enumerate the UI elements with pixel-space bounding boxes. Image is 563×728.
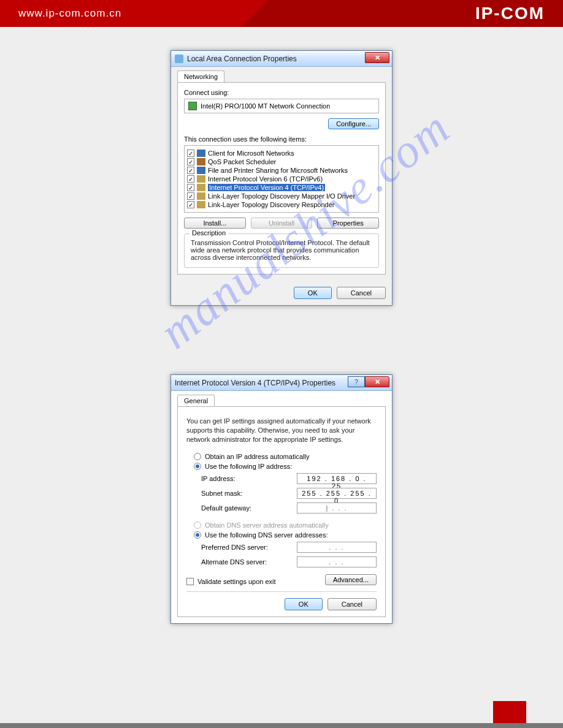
properties-button[interactable]: Properties xyxy=(317,218,379,229)
preferred-dns-label: Preferred DNS server: xyxy=(201,544,268,551)
header-band: www.ip-com.com.cn IP-COM xyxy=(0,0,563,27)
item-label: Link-Layer Topology Discovery Mapper I/O… xyxy=(208,192,355,200)
footer-accent xyxy=(493,701,526,723)
default-gateway-label: Default gateway: xyxy=(201,504,251,512)
ok-button[interactable]: OK xyxy=(294,287,332,299)
list-item[interactable]: ✓Internet Protocol Version 6 (TCP/IPv6) xyxy=(187,175,376,183)
default-gateway-input[interactable]: | . . . xyxy=(297,502,377,514)
titlebar[interactable]: Internet Protocol Version 4 (TCP/IPv4) P… xyxy=(171,375,392,391)
radio-auto-ip[interactable]: Obtain an IP address automatically xyxy=(186,452,377,461)
configure-button[interactable]: Configure... xyxy=(328,118,379,129)
list-item[interactable]: ✓File and Printer Sharing for Microsoft … xyxy=(187,166,376,175)
radio-icon xyxy=(194,531,201,539)
item-label: QoS Packet Scheduler xyxy=(208,158,276,165)
item-label: Link-Layer Topology Discovery Responder xyxy=(208,201,334,208)
checkbox-icon[interactable]: ✓ xyxy=(187,167,194,174)
header-url: www.ip-com.com.cn xyxy=(18,7,121,20)
net-icon xyxy=(197,150,205,157)
footer-band xyxy=(0,723,563,728)
advanced-button[interactable]: Advanced... xyxy=(325,574,377,585)
qos-icon xyxy=(197,158,205,165)
connection-properties-dialog: Local Area Connection Properties ✕ Netwo… xyxy=(170,50,393,306)
radio-label: Use the following DNS server addresses: xyxy=(205,531,328,539)
brand-logo: IP-COM xyxy=(475,4,545,23)
cancel-button[interactable]: Cancel xyxy=(327,598,377,610)
titlebar[interactable]: Local Area Connection Properties ✕ xyxy=(171,51,392,67)
description-text: Transmission Control Protocol/Internet P… xyxy=(191,239,372,261)
radio-icon xyxy=(194,521,201,529)
tab-networking[interactable]: Networking xyxy=(177,70,224,82)
list-item[interactable]: ✓Link-Layer Topology Discovery Mapper I/… xyxy=(187,192,376,200)
close-icon[interactable]: ✕ xyxy=(365,52,389,63)
checkbox-icon[interactable]: ✓ xyxy=(187,192,194,200)
item-label: Client for Microsoft Networks xyxy=(208,150,294,157)
install-button[interactable]: Install... xyxy=(184,218,246,229)
radio-static-dns[interactable]: Use the following DNS server addresses: xyxy=(186,530,377,540)
validate-label: Validate settings upon exit xyxy=(197,578,276,585)
proto-icon xyxy=(197,201,205,208)
ipv4-properties-dialog: Internet Protocol Version 4 (TCP/IPv4) P… xyxy=(170,374,393,624)
adapter-box: Intel(R) PRO/1000 MT Network Connection xyxy=(184,99,379,113)
help-icon[interactable]: ? xyxy=(348,376,365,387)
checkbox-icon xyxy=(186,578,194,585)
dialog-title: Internet Protocol Version 4 (TCP/IPv4) P… xyxy=(175,379,335,387)
items-list[interactable]: ✓Client for Microsoft Networks✓QoS Packe… xyxy=(184,145,379,213)
proto-icon xyxy=(197,175,205,183)
net-icon xyxy=(197,167,205,174)
checkbox-icon[interactable]: ✓ xyxy=(187,184,194,191)
subnet-mask-label: Subnet mask: xyxy=(201,490,242,497)
uninstall-button: Uninstall xyxy=(251,218,313,229)
ok-button[interactable]: OK xyxy=(285,598,323,610)
item-label: File and Printer Sharing for Microsoft N… xyxy=(208,167,348,174)
instructions-text: You can get IP settings assigned automat… xyxy=(186,417,377,444)
nic-name: Intel(R) PRO/1000 MT Network Connection xyxy=(201,102,330,110)
item-label: Internet Protocol Version 4 (TCP/IPv4) xyxy=(208,184,325,191)
network-icon xyxy=(175,55,183,63)
preferred-dns-input[interactable]: . . . xyxy=(297,542,377,553)
dialog-title: Local Area Connection Properties xyxy=(187,55,297,63)
subnet-mask-input[interactable]: 255 . 255 . 255 . 0 xyxy=(297,488,377,499)
tab-general[interactable]: General xyxy=(177,395,215,406)
items-label: This connection uses the following items… xyxy=(184,135,379,143)
radio-icon xyxy=(194,463,201,470)
checkbox-icon[interactable]: ✓ xyxy=(187,175,194,183)
checkbox-icon[interactable]: ✓ xyxy=(187,201,194,208)
cancel-button[interactable]: Cancel xyxy=(337,287,386,299)
alternate-dns-label: Alternate DNS server: xyxy=(201,558,267,566)
item-label: Internet Protocol Version 6 (TCP/IPv6) xyxy=(208,175,323,183)
ip-address-label: IP address: xyxy=(201,475,235,482)
checkbox-icon[interactable]: ✓ xyxy=(187,158,194,165)
list-item[interactable]: ✓Client for Microsoft Networks xyxy=(187,149,376,157)
proto-icon xyxy=(197,184,205,191)
list-item[interactable]: ✓QoS Packet Scheduler xyxy=(187,157,376,166)
alternate-dns-input[interactable]: . . . xyxy=(297,556,377,567)
close-icon[interactable]: ✕ xyxy=(365,376,389,387)
proto-icon xyxy=(197,192,205,200)
radio-icon xyxy=(194,453,201,460)
radio-auto-dns: Obtain DNS server address automatically xyxy=(186,520,377,530)
description-group-label: Description xyxy=(190,229,228,237)
radio-label: Obtain DNS server address automatically xyxy=(205,521,329,529)
list-item[interactable]: ✓Internet Protocol Version 4 (TCP/IPv4) xyxy=(187,183,376,192)
radio-label: Use the following IP address: xyxy=(205,463,292,470)
connect-using-label: Connect using: xyxy=(184,89,379,96)
checkbox-icon[interactable]: ✓ xyxy=(187,150,194,157)
nic-icon xyxy=(188,102,197,110)
list-item[interactable]: ✓Link-Layer Topology Discovery Responder xyxy=(187,200,376,209)
validate-checkbox-row[interactable]: Validate settings upon exit xyxy=(186,578,276,585)
radio-label: Obtain an IP address automatically xyxy=(205,453,309,460)
ip-address-input[interactable]: 192 . 168 . 0 . 25 xyxy=(297,473,377,484)
radio-static-ip[interactable]: Use the following IP address: xyxy=(186,461,377,471)
